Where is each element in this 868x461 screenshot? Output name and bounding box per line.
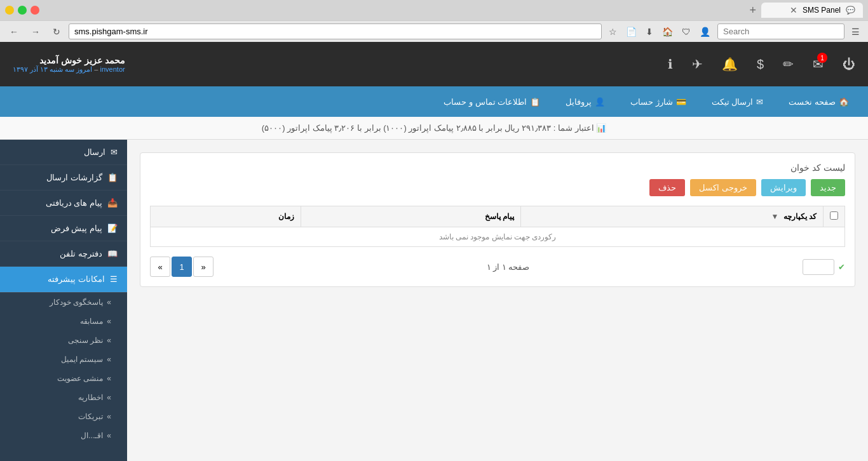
survey-label: نظر سنجی <box>68 336 103 345</box>
next-page-button[interactable]: » <box>193 257 214 277</box>
page-title: لیست کد خوان <box>150 163 845 173</box>
shield-icon[interactable]: 🛡 <box>679 25 694 38</box>
nav-contact-label: اطلاعات تماس و حساب <box>444 97 527 107</box>
browser-chrome: 💬 SMS Panel ✕ + ← → ↻ ☆ 📄 ⬇ 🏠 🛡 👤 ☰ <box>0 0 868 42</box>
header-user: محمد عزیز خوش آمدید inventor – امروز سه … <box>13 55 125 74</box>
excel-button[interactable]: خروجی اکسل <box>690 179 756 196</box>
table-header: کد یکپارچه ▼ پیام پاسخ زمان <box>151 206 845 227</box>
maximize-button[interactable] <box>18 6 27 15</box>
congratulations-icon: » <box>107 412 111 421</box>
sidebar-sub-competition[interactable]: » مسابقه <box>0 312 127 331</box>
data-table: کد یکپارچه ▼ پیام پاسخ زمان رکوردی جهت ن… <box>150 206 845 247</box>
sidebar-item-send-reports[interactable]: 📋 گزارشات ارسال <box>0 165 127 190</box>
reader-icon[interactable]: 📄 <box>623 25 640 38</box>
prev-page-button[interactable]: « <box>150 257 170 277</box>
nav-item-contact[interactable]: 📋 اطلاعات تماس و حساب <box>437 86 546 117</box>
received-label: پیام های دریافتی <box>46 198 102 208</box>
chevron-right-icon: » <box>107 298 111 307</box>
menu-icon[interactable]: ☰ <box>848 25 863 38</box>
sidebar-sub-installment[interactable]: » اقـ...ال <box>0 426 127 445</box>
default-msg-label: پیام پیش فرض <box>51 224 102 233</box>
no-record-row: رکوردی جهت نمایش موجود نمی باشد <box>151 227 845 247</box>
bell-icon[interactable]: 🔔 <box>722 57 738 72</box>
checkmark-icon: ✔ <box>838 262 845 272</box>
th-checkbox <box>824 206 845 227</box>
sidebar-item-send[interactable]: ✉ ارسال <box>0 140 127 165</box>
forward-button[interactable]: → <box>27 24 44 39</box>
sidebar-sub-congratulations[interactable]: » تبریکات <box>0 407 127 426</box>
sidebar-sub-membership[interactable]: » منشی عضویت <box>0 369 127 388</box>
brand-label: inventor <box>100 65 125 73</box>
content-area: لیست کد خوان جدید ویرایش خروجی اکسل حذف … <box>127 140 868 461</box>
download-icon[interactable]: ⬇ <box>642 25 656 38</box>
page-nav: « 1 » <box>150 257 214 277</box>
competition-icon: » <box>107 317 111 326</box>
charge-icon: 💳 <box>676 97 686 107</box>
account-icon[interactable]: 👤 <box>696 25 714 38</box>
sidebar-item-advanced[interactable]: ☰ امکانات پیشرفته <box>0 267 127 292</box>
nav-item-ticket[interactable]: ✉ ارسال تیکت <box>705 86 770 117</box>
main-layout: ✉ ارسال 📋 گزارشات ارسال 📥 پیام های دریاف… <box>0 140 868 461</box>
th-unified-code[interactable]: کد یکپارچه ▼ <box>520 206 823 227</box>
page-size-control: ✔ ۱۰ <box>803 259 845 275</box>
new-button[interactable]: جدید <box>811 179 845 196</box>
competition-label: مسابقه <box>80 317 103 326</box>
back-button[interactable]: ← <box>5 24 23 39</box>
delete-button[interactable]: حذف <box>649 179 685 196</box>
edit-button[interactable]: ویرایش <box>761 179 806 196</box>
th-reply-message: پیام پاسخ <box>301 206 520 227</box>
bookmark-star-icon[interactable]: ☆ <box>606 25 620 38</box>
pen-icon[interactable]: ✏ <box>783 57 794 72</box>
dollar-icon[interactable]: $ <box>757 57 764 72</box>
nav-item-charge[interactable]: 💳 شارژ حساب <box>624 86 693 117</box>
nav-home-label: صفحه نخست <box>789 97 836 107</box>
browser-search-input[interactable] <box>717 23 844 39</box>
nav-profile-label: پروفایل <box>566 97 592 107</box>
minimize-button[interactable] <box>5 6 14 15</box>
page-info: صفحه ۱ از ۱ <box>487 262 530 272</box>
browser-titlebar: 💬 SMS Panel ✕ + <box>0 0 868 20</box>
home-browser-icon[interactable]: 🏠 <box>659 25 676 38</box>
membership-label: منشی عضویت <box>57 374 103 383</box>
select-all-checkbox[interactable] <box>830 211 838 220</box>
sidebar-item-default-msg[interactable]: 📝 پیام پیش فرض <box>0 216 127 241</box>
page-size-input[interactable]: ۱۰ <box>803 259 834 275</box>
sidebar-item-received[interactable]: 📥 پیام های دریافتی <box>0 190 127 216</box>
new-tab-button[interactable]: + <box>749 4 756 17</box>
ticket-icon: ✉ <box>756 97 763 107</box>
refresh-button[interactable]: ↻ <box>48 24 65 39</box>
mail-badge: 1 <box>817 53 827 63</box>
toolbar-buttons: جدید ویرایش خروجی اکسل حذف <box>150 179 845 196</box>
nav-item-profile[interactable]: 👤 پروفایل <box>559 86 611 117</box>
installment-icon: » <box>107 431 111 440</box>
browser-toolbar: ← → ↻ ☆ 📄 ⬇ 🏠 🛡 👤 ☰ <box>0 20 868 42</box>
survey-icon: » <box>107 336 111 345</box>
auto-reply-label: پاسخگوی خودکار <box>50 298 103 307</box>
window-controls <box>5 6 39 15</box>
sidebar-sub-survey[interactable]: » نظر سنجی <box>0 331 127 350</box>
phonebook-icon: 📖 <box>107 249 118 258</box>
close-button[interactable] <box>31 6 39 15</box>
tab-close-icon[interactable]: ✕ <box>790 5 797 15</box>
sidebar-sub-email[interactable]: » سیستم ایمیل <box>0 350 127 369</box>
pagination: ✔ ۱۰ صفحه ۱ از ۱ « 1 » <box>150 257 845 277</box>
browser-tab[interactable]: 💬 SMS Panel ✕ <box>761 3 863 18</box>
address-bar[interactable] <box>69 23 602 39</box>
info-bar: 📊 اعتبار شما : ۲۹۱٫۳۸۳ ریال برابر با ۲٫۸… <box>0 117 868 140</box>
power-icon[interactable]: ⏻ <box>843 57 855 72</box>
home-icon: 🏠 <box>839 97 849 107</box>
info-icon[interactable]: ℹ <box>668 57 673 72</box>
received-icon: 📥 <box>107 198 118 208</box>
advanced-label: امکانات پیشرفته <box>48 274 105 284</box>
contact-icon: 📋 <box>530 97 540 107</box>
send-icon[interactable]: ✈ <box>692 57 703 72</box>
membership-icon: » <box>107 374 111 383</box>
nav-item-home[interactable]: 🏠 صفحه نخست <box>782 86 855 117</box>
sidebar-sub-announcement[interactable]: » اخطاریه <box>0 388 127 407</box>
sidebar-item-phonebook[interactable]: 📖 دفترچه تلفن <box>0 241 127 267</box>
sidebar-sub-auto-reply[interactable]: » پاسخگوی خودکار <box>0 293 127 312</box>
page-1-button[interactable]: 1 <box>172 257 192 277</box>
tab-favicon: 💬 <box>846 6 855 15</box>
mail-icon[interactable]: ✉ 1 <box>813 57 824 72</box>
date-label: امروز سه شنبه ۱۳ آذر ۱۳۹۷ <box>13 65 92 73</box>
